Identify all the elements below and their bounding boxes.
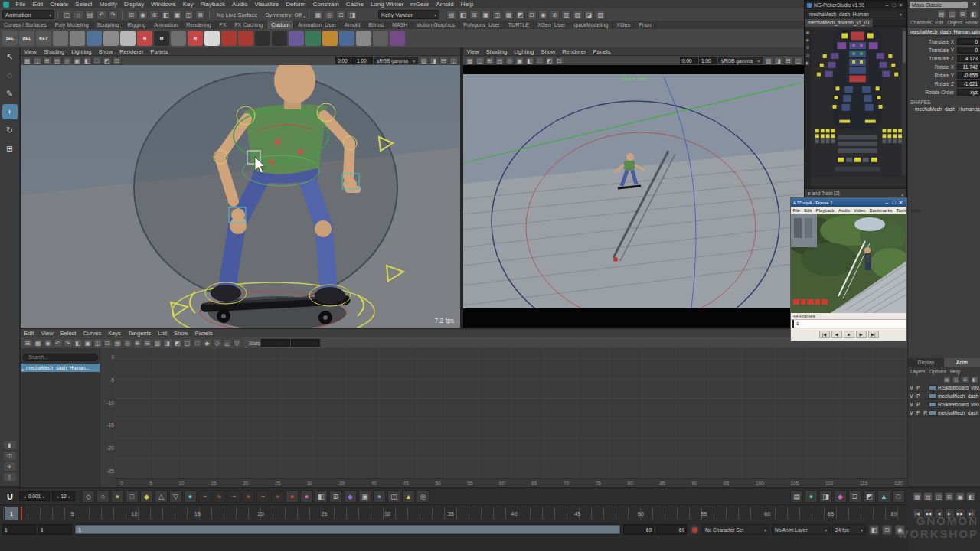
menu-item[interactable]: Audio <box>228 0 250 8</box>
video-menu-item[interactable]: Bookmarks <box>867 208 894 213</box>
viewport-icon[interactable]: ▣ <box>515 56 524 65</box>
graph-menu-item[interactable]: Curves <box>80 329 105 337</box>
panel-menu-item[interactable]: Shading <box>40 47 68 56</box>
viewport-icon[interactable]: ⊟ <box>439 56 449 65</box>
animbot-icon[interactable]: □ <box>892 490 905 503</box>
layer-name[interactable]: mechaMech_dash_... <box>938 393 980 399</box>
status-icon[interactable]: ⊕ <box>550 10 560 20</box>
video-transport-button[interactable]: ▶ <box>856 331 867 338</box>
channel-box-menu-item[interactable]: Object <box>947 20 962 25</box>
viewport-icon[interactable]: ⊞ <box>43 56 52 65</box>
graph-tool-icon[interactable]: ▦ <box>34 338 43 347</box>
layout-button[interactable]: ⊞ <box>4 462 16 471</box>
menu-item[interactable]: Display <box>121 0 148 8</box>
status-icon[interactable]: ▣ <box>172 10 182 20</box>
animbot-icon[interactable]: ○ <box>96 490 109 503</box>
shelf-tool-icon[interactable] <box>390 31 405 46</box>
menu-item[interactable]: Arnold <box>433 0 457 8</box>
range-icon[interactable]: ◧ <box>869 525 879 535</box>
layer-name[interactable]: RtSkateboard_v00... <box>938 402 980 407</box>
shelf-tool-icon[interactable] <box>356 31 371 46</box>
shelf-tool-icon[interactable]: DEL <box>19 31 34 46</box>
shelf-tab[interactable]: Sculpting <box>93 21 124 29</box>
animbot-icon[interactable]: ◧ <box>315 490 328 503</box>
panel-menu-item[interactable]: Show <box>537 47 559 56</box>
graph-tool-icon[interactable]: ⊞ <box>24 338 33 347</box>
menu-item[interactable]: Edit <box>29 0 47 8</box>
animbot-icon[interactable]: ◩ <box>863 490 876 503</box>
viewport-icon[interactable]: ▥ <box>420 56 429 65</box>
shelf-tab[interactable]: XGen_User <box>534 21 570 29</box>
status-icon[interactable]: ⊟ <box>336 10 346 20</box>
layer-toolbar-icon[interactable]: ◫ <box>952 376 960 383</box>
picker-footer-label[interactable]: e and Train [2] <box>808 191 840 196</box>
animbot-icon[interactable]: ◆ <box>344 490 357 503</box>
channel-box-icon[interactable]: ◫ <box>948 9 957 18</box>
animbot-icon[interactable]: ≈ <box>271 490 284 503</box>
menu-item[interactable]: mGear <box>407 0 433 8</box>
channel-box-menu-item[interactable]: Show <box>965 20 978 25</box>
picker-side-icon[interactable]: ▣ <box>806 30 810 34</box>
shelf-tab[interactable]: Custom <box>267 21 294 29</box>
animbot-icon[interactable]: ⊞ <box>329 490 342 503</box>
layout-button[interactable]: ▯ <box>4 473 16 481</box>
picker-side-icon[interactable]: ⊞ <box>806 45 809 50</box>
viewport-a-canvas[interactable]: 7.2 fps <box>21 65 460 328</box>
panel-menu-item[interactable]: Renderer <box>559 47 590 56</box>
shelf-tool-icon[interactable] <box>53 31 68 46</box>
shelf-tool-icon[interactable]: M <box>154 31 169 46</box>
shelf-tool-icon[interactable] <box>289 31 304 46</box>
graph-tool-icon[interactable]: ◩ <box>173 338 182 347</box>
shelf-tool-icon[interactable]: N <box>188 31 203 46</box>
animbot-icon[interactable]: ◨ <box>819 490 832 503</box>
dock-icon[interactable]: ▦ <box>913 492 922 501</box>
layer-name[interactable]: mechaMech_dash_... <box>938 410 980 416</box>
range-slider[interactable]: 1 <box>74 524 621 535</box>
layer-visibility-toggle[interactable]: V <box>908 385 915 390</box>
layer-color-swatch[interactable] <box>929 402 936 407</box>
picker-side-icon[interactable]: ◧ <box>806 60 810 65</box>
layer-playback-toggle[interactable]: P <box>915 402 922 407</box>
move-tool[interactable]: + <box>2 104 18 119</box>
layer-row[interactable]: V P R mechaMech_dash_... <box>908 409 980 417</box>
auto-key-icon[interactable] <box>689 524 700 535</box>
graph-tool-icon[interactable]: ↷ <box>64 338 73 347</box>
video-transport-button[interactable]: ◀ <box>831 331 842 338</box>
graph-tool-icon[interactable]: ◫ <box>93 338 103 347</box>
animbot-icon[interactable]: ◫ <box>387 490 400 503</box>
animbot-icon[interactable]: ▽ <box>169 490 182 503</box>
status-icon[interactable]: ⊞ <box>469 10 479 20</box>
animbot-icon[interactable]: ● <box>373 490 386 503</box>
dock-icon[interactable]: ◧ <box>966 492 975 501</box>
status-icon[interactable]: ◪ <box>584 10 594 20</box>
graph-menu-item[interactable]: List <box>155 329 171 337</box>
animbot-icon[interactable]: ⊟ <box>848 490 861 503</box>
scale-tool[interactable]: ⊞ <box>2 141 18 156</box>
shelf-tool-icon[interactable] <box>103 31 119 46</box>
layer-visibility-toggle[interactable]: V <box>908 410 915 416</box>
animbot-icon[interactable]: ▣ <box>358 490 371 503</box>
close-icon[interactable]: ✕ <box>972 1 977 8</box>
dock-icon[interactable]: ⊞ <box>945 492 954 501</box>
exposure-field[interactable]: 0.00 <box>335 57 354 64</box>
video-menu-item[interactable]: File <box>791 208 802 213</box>
status-icon[interactable]: ▨ <box>573 10 583 20</box>
menu-item[interactable]: Visualize <box>251 0 283 8</box>
animbot-icon[interactable]: ▲ <box>402 490 415 503</box>
animbot-icon[interactable]: ● <box>286 490 299 503</box>
graph-tool-icon[interactable]: □ <box>193 338 202 347</box>
shelf-tab[interactable]: FX <box>216 21 231 29</box>
view-transform-selector[interactable]: sRGB gamma <box>374 57 418 64</box>
layer-menu-item[interactable]: Help <box>950 369 960 374</box>
viewport-icon[interactable]: ▤ <box>495 56 505 65</box>
shelf-tab[interactable]: MASH <box>388 21 412 29</box>
graph-tool-icon[interactable]: ⊕ <box>133 338 142 347</box>
layer-menu-item[interactable]: Layers <box>910 369 926 374</box>
shelf-tab[interactable]: Rendering <box>182 21 215 29</box>
animbot-icon[interactable]: ● <box>805 490 818 503</box>
menu-item[interactable]: Cache <box>342 0 367 8</box>
viewport-icon[interactable]: ▦ <box>466 56 475 65</box>
exposure-field[interactable]: 0.00 <box>680 57 698 64</box>
shelf-tool-icon[interactable] <box>255 31 270 46</box>
maximize-icon[interactable] <box>890 2 897 8</box>
